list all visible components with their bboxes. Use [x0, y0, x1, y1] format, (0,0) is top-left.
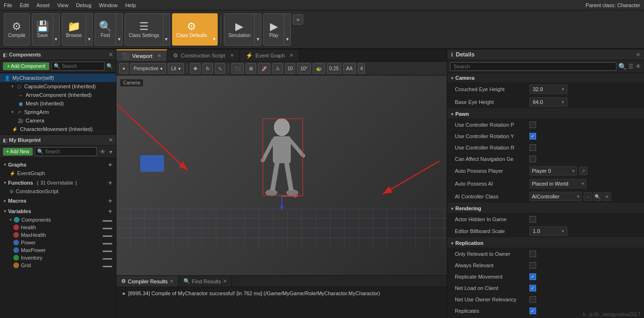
- tab-construction[interactable]: ⚙ Construction Script ✕: [167, 49, 240, 61]
- details-list-button[interactable]: ☰: [628, 63, 634, 70]
- blueprint-close[interactable]: ✕: [108, 137, 113, 143]
- can-affect-nav-checkbox[interactable]: [529, 156, 536, 162]
- bp-var-inventory[interactable]: Inventory ▬▬: [0, 254, 116, 262]
- play-dropdown[interactable]: ▾: [284, 13, 291, 46]
- vp-down-button[interactable]: ▾: [119, 63, 128, 74]
- bp-graphs-header[interactable]: ▾ Graphs +: [0, 160, 116, 169]
- details-eye-button[interactable]: 👁: [635, 63, 641, 70]
- find-tab-close[interactable]: ✕: [223, 279, 227, 284]
- simulation-dropdown[interactable]: ▾: [255, 13, 261, 46]
- vp-grid-button[interactable]: ⊞: [246, 63, 256, 74]
- bp-down-button[interactable]: ▾: [108, 149, 113, 155]
- menu-edit[interactable]: Edit: [20, 2, 29, 8]
- use-ctrl-rot-p-checkbox[interactable]: [529, 122, 536, 128]
- class-settings-button[interactable]: ☰ Class Settings: [125, 13, 163, 46]
- bp-add-button[interactable]: + Add New: [3, 148, 33, 156]
- bp-search-input[interactable]: [45, 149, 95, 154]
- find-dropdown[interactable]: ▾: [116, 13, 123, 46]
- auto-possess-player-dropdown[interactable]: Player 0 ▾: [529, 166, 577, 176]
- menu-debug[interactable]: Debug: [76, 2, 91, 8]
- pawn-section-header[interactable]: ▾ Pawn: [447, 109, 644, 119]
- menu-asset[interactable]: Asset: [37, 2, 50, 8]
- base-eye-input[interactable]: 64.0 ▾: [529, 97, 567, 107]
- player0-icon-btn[interactable]: ↗: [579, 167, 587, 175]
- bp-constructionscript-item[interactable]: ⚙ ConstructionScript: [0, 187, 116, 195]
- vp-speed-button[interactable]: 🐢: [313, 63, 325, 74]
- bp-var-components[interactable]: ▾ Components ▬▬: [0, 216, 116, 224]
- class-defaults-dropdown[interactable]: ▾: [211, 13, 218, 46]
- always-relevant-checkbox[interactable]: [529, 262, 536, 269]
- viewport-area[interactable]: Camera: [116, 75, 447, 275]
- class-defaults-button[interactable]: ⚙ Class Defaults: [172, 13, 211, 46]
- comp-item-springarm[interactable]: ▾ ↗ SpringArm: [0, 108, 116, 116]
- viewport-tab-close[interactable]: ✕: [157, 53, 161, 58]
- compiler-results-tab[interactable]: ⚙ Compiler Results ✕: [116, 276, 179, 287]
- bp-macros-header[interactable]: ▸ Macros +: [0, 196, 116, 206]
- graphs-add-button[interactable]: +: [108, 161, 112, 168]
- components-search-input[interactable]: [62, 64, 102, 69]
- comp-item-mesh[interactable]: ▣ Mesh (Inherited): [0, 99, 116, 108]
- vp-surface-button[interactable]: ⬛: [231, 63, 244, 74]
- auto-possess-ai-dropdown[interactable]: Placed in World ▾: [529, 179, 586, 188]
- save-dropdown[interactable]: ▾: [53, 13, 60, 46]
- ai-search-btn[interactable]: 🔍: [593, 192, 602, 201]
- class-settings-dropdown[interactable]: ▾: [163, 13, 170, 46]
- bp-variables-header[interactable]: ▾ Variables +: [0, 206, 116, 216]
- actor-hidden-checkbox[interactable]: [529, 216, 536, 223]
- vp-angle-button[interactable]: 10°: [297, 63, 311, 74]
- browse-button[interactable]: 📁 Browse: [62, 13, 86, 46]
- bp-var-power[interactable]: Power ▬▬: [0, 239, 116, 246]
- replicates-checkbox[interactable]: [529, 308, 536, 314]
- use-ctrl-rot-r-checkbox[interactable]: [529, 144, 536, 151]
- only-relevant-checkbox[interactable]: [529, 251, 536, 257]
- ai-clear-btn[interactable]: ✕: [603, 192, 611, 201]
- camera-section-header[interactable]: ▾ Camera: [447, 73, 644, 83]
- bp-eventgraph-item[interactable]: ⚡ EventGraph: [0, 169, 116, 177]
- bp-var-maxhealth[interactable]: MaxHealth ▬▬: [0, 231, 116, 239]
- bp-var-health[interactable]: Health ▬▬: [0, 224, 116, 231]
- vp-camera2-button[interactable]: 🚀: [258, 63, 270, 74]
- replication-section-header[interactable]: ▾ Replication: [447, 238, 644, 248]
- menu-file[interactable]: File: [4, 2, 12, 8]
- add-component-button[interactable]: + Add Component: [3, 62, 49, 70]
- replicate-movement-checkbox[interactable]: [529, 273, 536, 280]
- ai-back-btn[interactable]: ←: [584, 192, 592, 201]
- perspective-button[interactable]: Perspective ▾: [130, 63, 166, 74]
- vp-rotate-button[interactable]: ↻: [202, 63, 213, 74]
- variables-add-button[interactable]: +: [108, 207, 112, 215]
- comp-item-capsule[interactable]: ▾ ⬡ CapsuleComponent (Inherited): [0, 82, 116, 91]
- menu-window[interactable]: Window: [99, 2, 117, 8]
- components-close[interactable]: ✕: [108, 51, 113, 58]
- bp-eye-button[interactable]: 👁: [99, 149, 106, 155]
- bp-var-maxpower[interactable]: MaxPower ▬▬: [0, 246, 116, 254]
- net-use-owner-checkbox[interactable]: [529, 296, 536, 303]
- construction-tab-close[interactable]: ✕: [230, 53, 234, 58]
- details-close-button[interactable]: ✕: [636, 52, 640, 58]
- find-results-tab[interactable]: 🔍 Find Results ✕: [179, 276, 232, 287]
- use-ctrl-rot-y-checkbox[interactable]: [529, 133, 536, 140]
- comp-item-camera[interactable]: 🎥 Camera: [0, 116, 116, 125]
- tab-viewport[interactable]: ⬛ Viewport ✕: [116, 49, 167, 61]
- comp-item-movement[interactable]: ⚡ CharacterMovement (Inherited): [0, 125, 116, 133]
- comp-item-arrow[interactable]: → ArrowComponent (Inherited): [0, 91, 116, 99]
- details-search-input[interactable]: [453, 64, 613, 69]
- comp-item-self[interactable]: 👤 MyCharactor(self): [0, 74, 116, 82]
- functions-add-button[interactable]: +: [108, 179, 112, 187]
- menu-help[interactable]: Help: [125, 2, 136, 8]
- compile-button[interactable]: ⚙ Compile: [4, 13, 30, 46]
- rendering-section-header[interactable]: ▾ Rendering: [447, 204, 644, 214]
- macros-add-button[interactable]: +: [108, 197, 112, 205]
- net-load-checkbox[interactable]: [529, 285, 536, 291]
- play-button[interactable]: ▶ Play: [263, 13, 284, 46]
- toolbar-more-button[interactable]: »: [293, 14, 303, 25]
- vp-warn-button[interactable]: ⚠: [272, 63, 283, 74]
- ai-controller-dropdown[interactable]: AIController ▾: [529, 192, 582, 201]
- bp-var-grid[interactable]: Grid ▬▬: [0, 262, 116, 269]
- bp-functions-header[interactable]: ▾ Functions ( 31 Overridable ) +: [0, 178, 116, 187]
- vp-aa-button[interactable]: AA: [343, 63, 356, 74]
- browse-dropdown[interactable]: ▾: [86, 13, 93, 46]
- vp-move-button[interactable]: ✥: [190, 63, 201, 74]
- compiler-tab-close[interactable]: ✕: [170, 279, 173, 284]
- eventgraph-tab-close[interactable]: ✕: [289, 53, 293, 58]
- menu-view[interactable]: View: [57, 2, 68, 8]
